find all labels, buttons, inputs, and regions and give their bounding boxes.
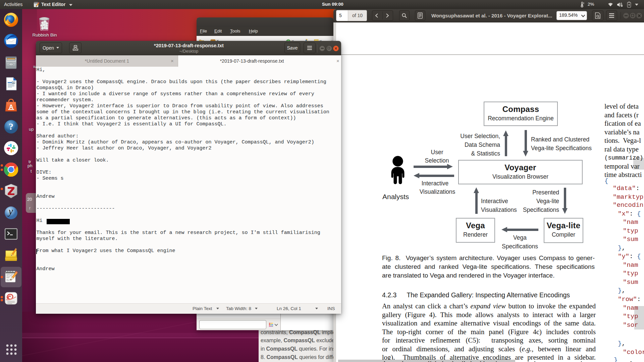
svg-text:y: y bbox=[7, 205, 13, 217]
svg-text:?: ? bbox=[9, 121, 13, 132]
